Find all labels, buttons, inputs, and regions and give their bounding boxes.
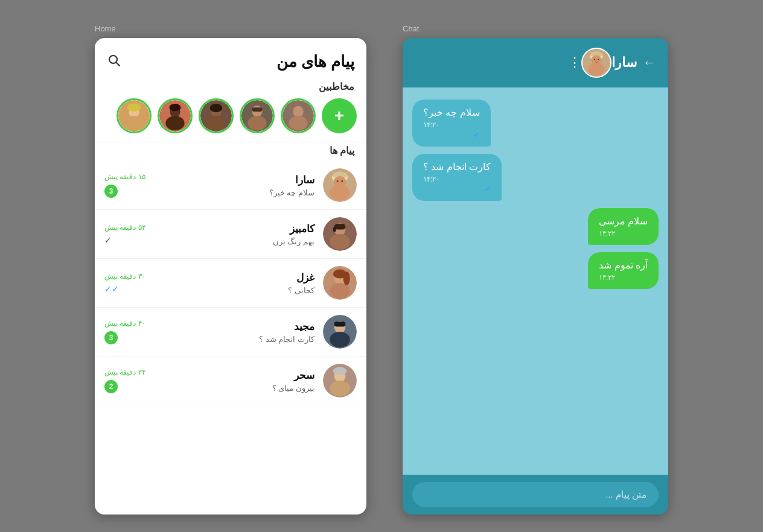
svg-point-11 bbox=[293, 106, 303, 118]
home-screen: پیام های من مخاطبین + bbox=[95, 38, 366, 515]
message-text: سلام مرسی bbox=[599, 215, 648, 227]
kambiz-name: کامبیز bbox=[154, 223, 314, 235]
sahar-meta: ۲۴ دقیقه پیش 2 bbox=[104, 368, 145, 393]
kambiz-avatar bbox=[323, 217, 357, 251]
svg-point-35 bbox=[337, 180, 339, 182]
chat-contact-name: سارا bbox=[611, 55, 637, 71]
message-check: ✓ bbox=[423, 130, 480, 139]
message-time: ۱۴:۲۰ bbox=[423, 121, 480, 129]
message-text: سلام چه خبر؟ bbox=[423, 107, 480, 118]
svg-point-44 bbox=[330, 283, 350, 299]
svg-point-7 bbox=[598, 59, 599, 60]
contacts-label: مخاطبین bbox=[95, 77, 366, 98]
message-check: ✓ bbox=[423, 185, 491, 194]
conversation-item-ghazal[interactable]: غزل کجایی ؟ ۳۰ دقیقه پیش ✓✓ bbox=[95, 259, 366, 308]
sara-badge: 3 bbox=[104, 185, 118, 198]
search-icon[interactable] bbox=[107, 53, 121, 71]
message-out-1: سلام چه خبر؟ ۱۴:۲۰ ✓ bbox=[412, 100, 491, 147]
svg-line-9 bbox=[117, 62, 120, 66]
contact-avatar-2[interactable] bbox=[158, 98, 193, 133]
kambiz-check: ✓ bbox=[104, 235, 112, 245]
message-time: ۱۴:۲۰ bbox=[423, 175, 491, 183]
sahar-badge: 2 bbox=[104, 380, 118, 393]
svg-point-27 bbox=[124, 116, 143, 130]
svg-point-31 bbox=[330, 185, 350, 201]
svg-point-23 bbox=[165, 116, 184, 130]
svg-point-39 bbox=[330, 234, 350, 250]
chat-header: ← سارا ⋮ bbox=[403, 38, 668, 87]
sara-content: سارا سلام چه خبر؟ bbox=[154, 174, 314, 197]
ghazal-time: ۳۰ دقیقه پیش bbox=[104, 272, 145, 280]
svg-point-24 bbox=[169, 104, 180, 111]
ghazal-meta: ۳۰ دقیقه پیش ✓✓ bbox=[104, 272, 145, 294]
svg-point-46 bbox=[343, 271, 350, 285]
sara-time: ۱۵ دقیقه پیش bbox=[104, 173, 145, 181]
ghazal-avatar bbox=[323, 266, 357, 300]
majid-preview: کارت انجام شد ؟ bbox=[154, 335, 314, 344]
message-list: سارا سلام چه خبر؟ ۱۵ دقیقه پیش 3 bbox=[95, 161, 366, 515]
contact-avatar-4[interactable] bbox=[240, 98, 275, 133]
message-text: آره تموم شد bbox=[599, 259, 648, 271]
svg-rect-40 bbox=[334, 224, 346, 229]
svg-point-54 bbox=[333, 367, 346, 375]
home-header: پیام های من bbox=[95, 38, 366, 77]
back-button[interactable]: ← bbox=[643, 55, 656, 71]
svg-point-2 bbox=[588, 63, 605, 75]
svg-point-20 bbox=[210, 104, 223, 112]
contact-avatar-3[interactable] bbox=[199, 98, 234, 133]
message-time: ۱۴:۲۲ bbox=[599, 229, 648, 238]
chat-label: Chat bbox=[403, 24, 668, 33]
sahar-avatar bbox=[323, 364, 357, 397]
kambiz-meta: ۵۲ دقیقه پیش ✓ bbox=[104, 223, 145, 245]
majid-avatar bbox=[323, 315, 357, 349]
sahar-name: سحر bbox=[154, 369, 314, 382]
svg-point-53 bbox=[330, 381, 350, 396]
contact-avatar-5[interactable] bbox=[281, 98, 316, 133]
sahar-time: ۲۴ دقیقه پیش bbox=[104, 368, 145, 376]
ghazal-check: ✓✓ bbox=[104, 284, 119, 294]
add-contact-button[interactable]: + bbox=[322, 98, 357, 133]
conversation-item-kambiz[interactable]: کامبیز بهم زنگ بزن ۵۲ دقیقه پیش ✓ bbox=[95, 210, 366, 259]
svg-point-19 bbox=[206, 116, 225, 130]
svg-rect-50 bbox=[334, 321, 346, 326]
svg-point-5 bbox=[592, 55, 602, 65]
sara-meta: ۱۵ دقیقه پیش 3 bbox=[104, 173, 145, 198]
conversation-item-sara[interactable]: سارا سلام چه خبر؟ ۱۵ دقیقه پیش 3 bbox=[95, 161, 366, 210]
ghazal-content: غزل کجایی ؟ bbox=[154, 271, 314, 295]
message-out-2: کارت انجام شد ؟ ۱۴:۲۰ ✓ bbox=[412, 154, 502, 201]
svg-point-36 bbox=[341, 180, 343, 182]
sara-avatar bbox=[323, 168, 357, 202]
ghazal-preview: کجایی ؟ bbox=[154, 286, 314, 295]
majid-content: مجید کارت انجام شد ؟ bbox=[154, 320, 314, 344]
home-label: Home bbox=[95, 24, 366, 33]
svg-rect-16 bbox=[252, 107, 262, 112]
svg-point-6 bbox=[594, 59, 595, 60]
ghazal-name: غزل bbox=[154, 271, 314, 284]
sahar-preview: بیرون میای ؟ bbox=[154, 384, 314, 393]
message-text: کارت انجام شد ؟ bbox=[423, 161, 491, 173]
home-title: پیام های من bbox=[276, 52, 354, 71]
conversation-item-majid[interactable]: مجید کارت انجام شد ؟ ۴۰ دقیقه پیش 3 bbox=[95, 308, 366, 356]
svg-point-34 bbox=[334, 176, 346, 188]
svg-point-12 bbox=[289, 116, 307, 130]
message-time: ۱۴:۲۲ bbox=[599, 273, 648, 282]
chat-input[interactable]: متن پیام ... bbox=[412, 482, 659, 507]
svg-point-15 bbox=[247, 116, 266, 130]
svg-rect-41 bbox=[333, 227, 336, 232]
contact-avatar-1[interactable] bbox=[117, 98, 152, 133]
messages-label: پیام ها bbox=[95, 142, 366, 161]
contacts-row: + bbox=[95, 98, 366, 142]
chat-header-left: ← سارا bbox=[611, 55, 656, 71]
sahar-content: سحر بیرون میای ؟ bbox=[154, 369, 314, 393]
chat-header-avatar bbox=[581, 48, 611, 78]
plus-icon: + bbox=[334, 107, 344, 124]
svg-point-28 bbox=[127, 103, 141, 112]
svg-point-49 bbox=[330, 332, 350, 347]
kambiz-preview: بهم زنگ بزن bbox=[154, 237, 314, 246]
chat-body: سلام چه خبر؟ ۱۴:۲۰ ✓ کارت انجام شد ؟ ۱۴:… bbox=[403, 87, 668, 475]
chat-menu-icon[interactable]: ⋮ bbox=[568, 55, 581, 71]
kambiz-content: کامبیز بهم زنگ بزن bbox=[154, 223, 314, 246]
majid-time: ۴۰ دقیقه پیش bbox=[104, 319, 145, 328]
conversation-item-sahar[interactable]: سحر بیرون میای ؟ ۲۴ دقیقه پیش 2 bbox=[95, 356, 366, 405]
kambiz-time: ۵۲ دقیقه پیش bbox=[104, 223, 145, 232]
